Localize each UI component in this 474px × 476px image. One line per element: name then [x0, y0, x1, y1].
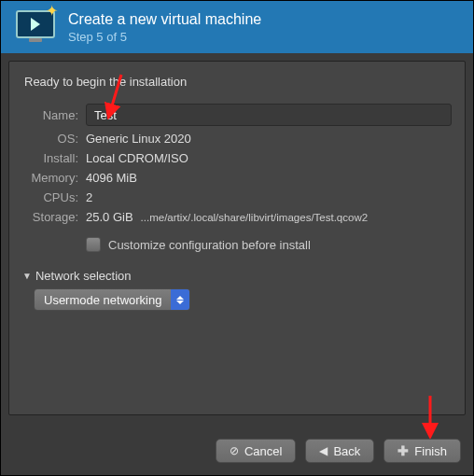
memory-value: 4096 MiB [86, 171, 452, 185]
wizard-title: Create a new virtual machine [68, 11, 261, 28]
finish-label: Finish [414, 444, 447, 458]
back-label: Back [333, 444, 360, 458]
back-button[interactable]: ◀ Back [305, 439, 374, 463]
customize-checkbox[interactable] [86, 237, 101, 252]
os-label: OS: [22, 132, 78, 146]
network-select-value: Usermode networking [35, 293, 171, 307]
cpus-label: CPUs: [22, 190, 78, 204]
name-label: Name: [22, 108, 78, 122]
network-section-toggle[interactable]: ▼ Network selection [22, 269, 452, 283]
back-icon: ◀ [319, 444, 328, 457]
wizard-step: Step 5 of 5 [68, 30, 261, 44]
os-value: Generic Linux 2020 [86, 132, 452, 146]
install-label: Install: [22, 151, 78, 165]
storage-value: 25.0 GiB [86, 210, 133, 224]
memory-label: Memory: [22, 171, 78, 185]
wizard-header: ✦ Create a new virtual machine Step 5 of… [1, 1, 473, 53]
finish-button[interactable]: ✚ Finish [383, 439, 461, 463]
cancel-label: Cancel [244, 444, 282, 458]
finish-icon: ✚ [397, 443, 409, 458]
customize-label: Customize configuration before install [108, 238, 311, 252]
chevron-down-icon: ▼ [22, 271, 32, 281]
cpus-value: 2 [86, 190, 452, 204]
storage-path: ...me/artix/.local/share/libvirt/images/… [141, 212, 369, 223]
storage-label: Storage: [22, 210, 78, 224]
name-input[interactable] [86, 104, 452, 126]
vm-icon: ✦ [16, 10, 55, 44]
install-value: Local CDROM/ISO [86, 151, 452, 165]
cancel-icon: ⊘ [230, 444, 239, 457]
cancel-button[interactable]: ⊘ Cancel [216, 439, 296, 463]
select-arrows-icon [171, 288, 189, 311]
wizard-content: Ready to begin the installation Name: OS… [8, 61, 466, 415]
network-section-label: Network selection [35, 269, 132, 283]
ready-label: Ready to begin the installation [24, 75, 452, 89]
network-select[interactable]: Usermode networking [34, 288, 190, 311]
